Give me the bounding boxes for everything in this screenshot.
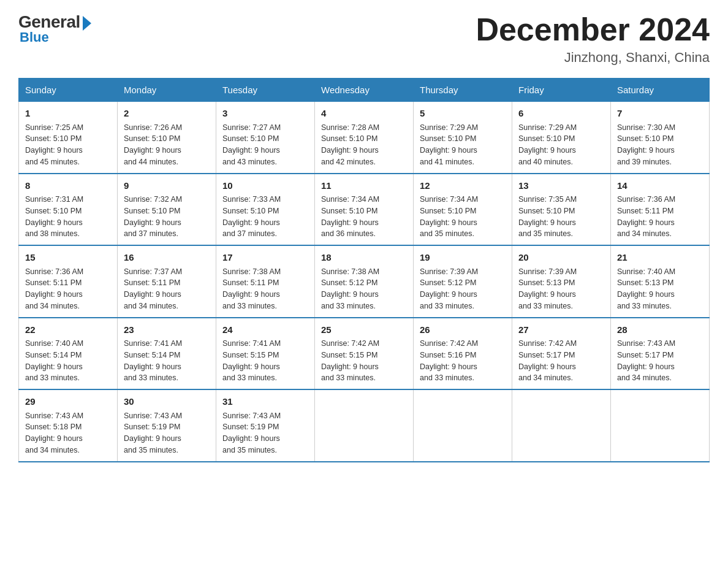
day-number: 12 (420, 179, 506, 193)
calendar-cell: 16Sunrise: 7:37 AMSunset: 5:11 PMDayligh… (118, 245, 216, 318)
calendar-cell: 21Sunrise: 7:40 AMSunset: 5:13 PMDayligh… (611, 245, 710, 318)
calendar-cell (512, 389, 611, 462)
calendar-cell: 17Sunrise: 7:38 AMSunset: 5:11 PMDayligh… (216, 245, 315, 318)
day-info: Sunrise: 7:39 AMSunset: 5:13 PMDaylight:… (518, 266, 604, 312)
calendar-cell: 4Sunrise: 7:28 AMSunset: 5:10 PMDaylight… (315, 102, 414, 174)
day-info: Sunrise: 7:42 AMSunset: 5:17 PMDaylight:… (518, 338, 604, 384)
calendar-location: Jinzhong, Shanxi, China (476, 50, 710, 66)
day-number: 10 (222, 179, 308, 193)
header-saturday: Saturday (611, 79, 710, 102)
calendar-cell: 15Sunrise: 7:36 AMSunset: 5:11 PMDayligh… (19, 245, 118, 318)
calendar-week-row: 1Sunrise: 7:25 AMSunset: 5:10 PMDaylight… (19, 102, 710, 174)
header-friday: Friday (512, 79, 611, 102)
calendar-cell: 19Sunrise: 7:39 AMSunset: 5:12 PMDayligh… (414, 245, 512, 318)
day-number: 23 (124, 323, 210, 337)
day-info: Sunrise: 7:36 AMSunset: 5:11 PMDaylight:… (25, 266, 111, 312)
day-number: 22 (25, 323, 111, 337)
day-info: Sunrise: 7:35 AMSunset: 5:10 PMDaylight:… (518, 194, 604, 240)
calendar-cell (414, 389, 512, 462)
day-info: Sunrise: 7:42 AMSunset: 5:16 PMDaylight:… (420, 338, 506, 384)
day-number: 1 (25, 107, 111, 121)
day-number: 3 (222, 107, 308, 121)
day-info: Sunrise: 7:25 AMSunset: 5:10 PMDaylight:… (25, 122, 111, 168)
calendar-cell: 31Sunrise: 7:43 AMSunset: 5:19 PMDayligh… (216, 389, 315, 462)
day-number: 24 (222, 323, 308, 337)
day-info: Sunrise: 7:33 AMSunset: 5:10 PMDaylight:… (222, 194, 308, 240)
calendar-cell: 20Sunrise: 7:39 AMSunset: 5:13 PMDayligh… (512, 245, 611, 318)
day-number: 6 (518, 107, 604, 121)
day-info: Sunrise: 7:34 AMSunset: 5:10 PMDaylight:… (321, 194, 407, 240)
day-info: Sunrise: 7:41 AMSunset: 5:15 PMDaylight:… (222, 338, 308, 384)
header-thursday: Thursday (414, 79, 512, 102)
calendar-title: December 2024 (476, 12, 710, 47)
calendar-cell: 6Sunrise: 7:29 AMSunset: 5:10 PMDaylight… (512, 102, 611, 174)
calendar-cell: 13Sunrise: 7:35 AMSunset: 5:10 PMDayligh… (512, 174, 611, 246)
day-number: 15 (25, 251, 111, 265)
day-number: 27 (518, 323, 604, 337)
day-info: Sunrise: 7:38 AMSunset: 5:12 PMDaylight:… (321, 266, 407, 312)
title-section: December 2024 Jinzhong, Shanxi, China (476, 12, 710, 66)
day-number: 16 (124, 251, 210, 265)
day-info: Sunrise: 7:36 AMSunset: 5:11 PMDaylight:… (617, 194, 703, 240)
day-number: 4 (321, 107, 407, 121)
day-info: Sunrise: 7:31 AMSunset: 5:10 PMDaylight:… (25, 194, 111, 240)
calendar-week-row: 29Sunrise: 7:43 AMSunset: 5:18 PMDayligh… (19, 389, 710, 462)
day-number: 2 (124, 107, 210, 121)
logo: General Blue (18, 12, 91, 45)
calendar-week-row: 15Sunrise: 7:36 AMSunset: 5:11 PMDayligh… (19, 245, 710, 318)
day-info: Sunrise: 7:30 AMSunset: 5:10 PMDaylight:… (617, 122, 703, 168)
calendar-week-row: 8Sunrise: 7:31 AMSunset: 5:10 PMDaylight… (19, 174, 710, 246)
calendar-cell: 5Sunrise: 7:29 AMSunset: 5:10 PMDaylight… (414, 102, 512, 174)
day-number: 5 (420, 107, 506, 121)
day-info: Sunrise: 7:41 AMSunset: 5:14 PMDaylight:… (124, 338, 210, 384)
calendar-cell: 18Sunrise: 7:38 AMSunset: 5:12 PMDayligh… (315, 245, 414, 318)
day-number: 11 (321, 179, 407, 193)
day-number: 18 (321, 251, 407, 265)
day-info: Sunrise: 7:43 AMSunset: 5:19 PMDaylight:… (124, 410, 210, 456)
day-info: Sunrise: 7:43 AMSunset: 5:17 PMDaylight:… (617, 338, 703, 384)
day-info: Sunrise: 7:28 AMSunset: 5:10 PMDaylight:… (321, 122, 407, 168)
calendar-cell: 12Sunrise: 7:34 AMSunset: 5:10 PMDayligh… (414, 174, 512, 246)
day-info: Sunrise: 7:26 AMSunset: 5:10 PMDaylight:… (124, 122, 210, 168)
calendar-cell: 10Sunrise: 7:33 AMSunset: 5:10 PMDayligh… (216, 174, 315, 246)
header-wednesday: Wednesday (315, 79, 414, 102)
day-info: Sunrise: 7:29 AMSunset: 5:10 PMDaylight:… (518, 122, 604, 168)
day-number: 13 (518, 179, 604, 193)
page-header: General Blue December 2024 Jinzhong, Sha… (18, 12, 710, 66)
day-number: 26 (420, 323, 506, 337)
calendar-cell: 14Sunrise: 7:36 AMSunset: 5:11 PMDayligh… (611, 174, 710, 246)
calendar-cell: 30Sunrise: 7:43 AMSunset: 5:19 PMDayligh… (118, 389, 216, 462)
day-number: 8 (25, 179, 111, 193)
day-info: Sunrise: 7:43 AMSunset: 5:18 PMDaylight:… (25, 410, 111, 456)
calendar-cell: 27Sunrise: 7:42 AMSunset: 5:17 PMDayligh… (512, 318, 611, 390)
calendar-cell: 8Sunrise: 7:31 AMSunset: 5:10 PMDaylight… (19, 174, 118, 246)
day-number: 29 (25, 395, 111, 409)
calendar-cell: 28Sunrise: 7:43 AMSunset: 5:17 PMDayligh… (611, 318, 710, 390)
day-info: Sunrise: 7:43 AMSunset: 5:19 PMDaylight:… (222, 410, 308, 456)
day-info: Sunrise: 7:34 AMSunset: 5:10 PMDaylight:… (420, 194, 506, 240)
calendar-table: SundayMondayTuesdayWednesdayThursdayFrid… (18, 78, 710, 462)
calendar-header-row: SundayMondayTuesdayWednesdayThursdayFrid… (19, 79, 710, 102)
calendar-week-row: 22Sunrise: 7:40 AMSunset: 5:14 PMDayligh… (19, 318, 710, 390)
day-info: Sunrise: 7:37 AMSunset: 5:11 PMDaylight:… (124, 266, 210, 312)
calendar-cell (315, 389, 414, 462)
day-number: 19 (420, 251, 506, 265)
calendar-cell: 26Sunrise: 7:42 AMSunset: 5:16 PMDayligh… (414, 318, 512, 390)
day-number: 9 (124, 179, 210, 193)
day-number: 25 (321, 323, 407, 337)
logo-blue-text: Blue (20, 29, 49, 45)
calendar-cell: 25Sunrise: 7:42 AMSunset: 5:15 PMDayligh… (315, 318, 414, 390)
calendar-cell: 7Sunrise: 7:30 AMSunset: 5:10 PMDaylight… (611, 102, 710, 174)
header-monday: Monday (118, 79, 216, 102)
day-info: Sunrise: 7:27 AMSunset: 5:10 PMDaylight:… (222, 122, 308, 168)
day-number: 31 (222, 395, 308, 409)
calendar-cell: 24Sunrise: 7:41 AMSunset: 5:15 PMDayligh… (216, 318, 315, 390)
day-number: 21 (617, 251, 703, 265)
day-info: Sunrise: 7:39 AMSunset: 5:12 PMDaylight:… (420, 266, 506, 312)
day-info: Sunrise: 7:29 AMSunset: 5:10 PMDaylight:… (420, 122, 506, 168)
day-number: 30 (124, 395, 210, 409)
header-tuesday: Tuesday (216, 79, 315, 102)
calendar-cell: 23Sunrise: 7:41 AMSunset: 5:14 PMDayligh… (118, 318, 216, 390)
day-info: Sunrise: 7:40 AMSunset: 5:14 PMDaylight:… (25, 338, 111, 384)
day-number: 20 (518, 251, 604, 265)
